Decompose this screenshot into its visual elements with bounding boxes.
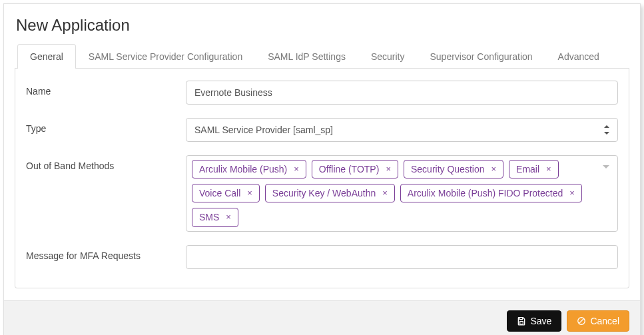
tag-label: Offline (TOTP) <box>319 163 380 175</box>
close-icon[interactable]: × <box>226 212 231 223</box>
save-button-label: Save <box>530 316 551 326</box>
row-mfa-message: Message for MFA Requests <box>26 245 618 269</box>
dialog: New Application General SAML Service Pro… <box>3 3 641 335</box>
row-type: Type SAML Service Provider [saml_sp] <box>26 118 618 142</box>
dialog-footer: Save Cancel <box>4 300 640 335</box>
tag-arculix-mobile-push-fido: Arculix Mobile (Push) FIDO Protected × <box>400 184 582 202</box>
tab-advanced[interactable]: Advanced <box>545 44 612 69</box>
mfa-msg-input[interactable] <box>186 245 618 269</box>
tab-saml-idp-settings[interactable]: SAML IdP Settings <box>255 44 358 69</box>
cancel-icon <box>577 316 586 326</box>
tab-bar: General SAML Service Provider Configurat… <box>15 44 629 69</box>
tab-saml-sp-config[interactable]: SAML Service Provider Configuration <box>76 44 255 69</box>
cancel-button-label: Cancel <box>590 316 619 326</box>
dialog-body: New Application General SAML Service Pro… <box>4 4 640 300</box>
name-label: Name <box>26 81 186 97</box>
tag-label: Arculix Mobile (Push) FIDO Protected <box>408 187 563 199</box>
type-select[interactable]: SAML Service Provider [saml_sp] <box>186 118 618 142</box>
name-input[interactable] <box>186 81 618 105</box>
close-icon[interactable]: × <box>386 164 391 175</box>
svg-rect-0 <box>520 321 523 324</box>
type-label: Type <box>26 118 186 134</box>
select-arrows-icon <box>603 125 611 135</box>
tag-label: Security Question <box>411 163 485 175</box>
tag-label: Email <box>516 163 539 175</box>
cancel-button[interactable]: Cancel <box>567 310 629 332</box>
oob-label: Out of Band Methods <box>26 155 186 171</box>
tag-label: Security Key / WebAuthn <box>272 187 376 199</box>
tag-security-question: Security Question × <box>404 160 503 178</box>
tag-label: SMS <box>199 211 219 223</box>
tab-security[interactable]: Security <box>358 44 418 69</box>
tab-panel-general: Name Type SAML Service Provider [saml_sp… <box>15 69 629 288</box>
tag-voice-call: Voice Call × <box>192 184 260 202</box>
close-icon[interactable]: × <box>569 188 575 199</box>
row-oob-methods: Out of Band Methods Arculix Mobile (Push… <box>26 155 618 232</box>
tab-supervisor-config[interactable]: Supervisor Configuration <box>418 44 545 69</box>
chevron-down-icon[interactable] <box>603 165 609 168</box>
close-icon[interactable]: × <box>382 188 388 199</box>
tag-email: Email × <box>509 160 559 178</box>
tag-offline-totp: Offline (TOTP) × <box>312 160 398 178</box>
close-icon[interactable]: × <box>546 164 551 175</box>
mfa-msg-label: Message for MFA Requests <box>26 245 186 261</box>
svg-line-2 <box>579 318 584 323</box>
oob-tag-input[interactable]: Arculix Mobile (Push) × Offline (TOTP) ×… <box>186 155 618 232</box>
close-icon[interactable]: × <box>294 164 299 175</box>
close-icon[interactable]: × <box>247 188 252 199</box>
save-button[interactable]: Save <box>507 310 561 332</box>
tag-label: Voice Call <box>199 187 240 199</box>
tag-label: Arculix Mobile (Push) <box>199 163 287 175</box>
page-title: New Application <box>16 16 629 35</box>
tag-arculix-mobile-push: Arculix Mobile (Push) × <box>192 160 306 178</box>
close-icon[interactable]: × <box>491 164 496 175</box>
tag-security-key-webauthn: Security Key / WebAuthn × <box>265 184 395 202</box>
save-icon <box>517 316 526 326</box>
type-select-value: SAML Service Provider [saml_sp] <box>194 125 333 135</box>
tag-sms: SMS × <box>192 208 238 226</box>
row-name: Name <box>26 81 618 105</box>
tab-general[interactable]: General <box>17 44 76 69</box>
